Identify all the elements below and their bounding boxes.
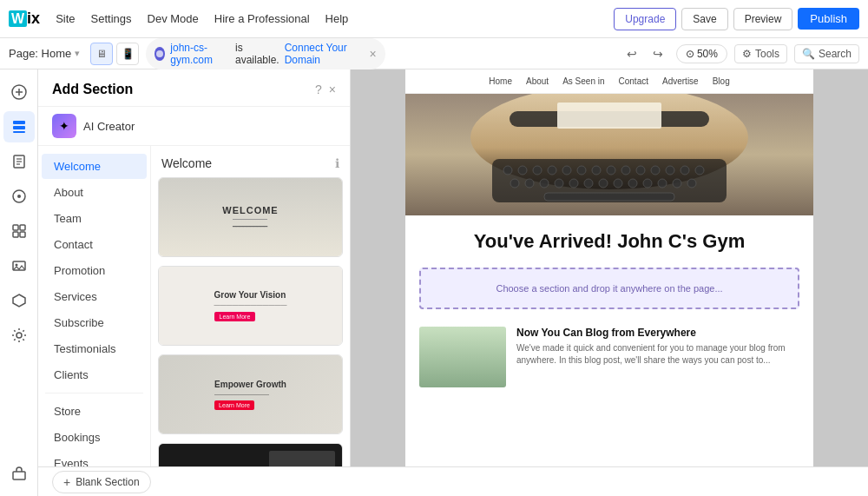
nav-settings[interactable]: Settings [84,9,139,29]
apps-icon[interactable] [3,285,35,316]
svg-rect-14 [20,225,25,230]
tpl3-sub: ————————— [214,391,286,397]
drop-zone: Choose a section and drop it anywhere on… [419,268,799,309]
page-label[interactable]: Page: Home ▾ [9,47,80,60]
tools-button[interactable]: ⚙ Tools [734,44,787,63]
tpl3-title: Empower Growth [214,380,286,389]
tpl2-title: Grow Your Vision [214,290,287,300]
desktop-view-icon[interactable]: 🖥 [90,43,113,65]
view-icons: 🖥 📱 [90,43,139,65]
site-nav-contact[interactable]: Contact [619,76,648,86]
site-nav-advertise[interactable]: Advertise [662,76,699,86]
site-nav-about[interactable]: About [526,76,549,86]
tpl1-title: WELCOME [222,205,278,215]
zoom-control[interactable]: ⊙ 50% [676,44,727,63]
category-bookings[interactable]: Bookings [42,425,147,450]
svg-rect-4 [13,121,25,124]
publish-button[interactable]: Publish [798,8,859,30]
upgrade-button[interactable]: Upgrade [614,8,676,30]
svg-point-50 [643,179,652,188]
svg-point-38 [666,166,674,175]
template-card-welcome-beige[interactable]: WELCOME ━━━━━━━━━━ [158,177,343,257]
panel-content: Welcome About Team Contact Promotion Ser… [38,146,350,496]
template-card-grow-vision[interactable]: Grow Your Vision ———————————— Learn More [158,266,343,346]
sections-icon[interactable] [3,111,35,142]
panel-help-icon[interactable]: ? [315,83,322,96]
settings-icon[interactable] [3,320,35,351]
svg-point-46 [584,179,593,188]
category-testimonials[interactable]: Testimonials [42,336,147,361]
category-about[interactable]: About [42,180,147,205]
nav-site[interactable]: Site [49,9,82,29]
svg-point-33 [592,166,601,175]
svg-point-29 [533,166,542,175]
category-divider-1 [45,393,143,393]
nav-dev-mode[interactable]: Dev Mode [141,9,206,29]
wix-logo: Wix [9,10,40,28]
canvas-area: Home About As Seen in Contact Advertise … [351,69,868,496]
svg-rect-6 [13,131,25,133]
category-store[interactable]: Store [42,399,147,424]
nav-help[interactable]: Help [319,9,356,29]
pages-icon[interactable] [3,146,35,177]
category-promotion[interactable]: Promotion [42,258,147,283]
elements-icon[interactable] [3,215,35,247]
site-nav-as-seen[interactable]: As Seen in [562,76,604,86]
category-team[interactable]: Team [42,206,147,231]
category-services[interactable]: Services [42,284,147,309]
svg-point-20 [16,333,22,338]
svg-point-47 [599,179,608,188]
site-nav-home[interactable]: Home [489,76,512,86]
store-icon[interactable] [3,458,35,489]
svg-point-51 [658,179,667,188]
tools-icon: ⚙ [742,48,752,60]
svg-point-34 [607,166,615,175]
svg-rect-54 [544,193,674,201]
svg-rect-5 [13,126,25,129]
category-contact[interactable]: Contact [42,232,147,257]
blank-section-button[interactable]: + Blank Section [52,471,151,493]
template-card-empower-growth[interactable]: Empower Growth ————————— Learn More [158,354,343,434]
svg-point-42 [525,179,534,188]
site-nav-blog[interactable]: Blog [713,76,730,86]
ai-creator-row[interactable]: ✦ AI Creator [38,107,350,146]
svg-point-49 [628,179,637,188]
add-section-icon[interactable] [3,76,35,108]
svg-point-12 [17,195,21,198]
svg-marker-19 [13,294,25,307]
templates-info-icon[interactable]: ℹ [335,156,339,170]
redo-button[interactable]: ↪ [647,43,669,65]
panel-close-icon[interactable]: × [329,83,336,96]
domain-name[interactable]: john-cs-gym.com [170,42,230,66]
site-hero-title: You've Arrived! John C's Gym [405,215,813,261]
template-preview-2: Grow Your Vision ———————————— Learn More [159,267,342,345]
site-navigation: Home About As Seen in Contact Advertise … [405,69,813,94]
connect-domain-link[interactable]: Connect Your Domain [285,42,361,66]
icon-bar [0,69,38,496]
svg-point-37 [651,166,660,175]
search-icon: 🔍 [802,48,815,60]
design-icon[interactable] [3,181,35,212]
svg-point-43 [540,179,549,188]
mobile-view-icon[interactable]: 📱 [116,43,139,65]
tpl2-btn: Learn More [214,312,256,321]
address-bar: Page: Home ▾ 🖥 📱 john-cs-gym.com is avai… [0,38,868,69]
media-icon[interactable] [3,250,35,281]
nav-hire-professional[interactable]: Hire a Professional [207,9,317,29]
domain-close-icon[interactable]: × [369,47,376,61]
blog-preview-section: Now You Can Blog from Everywhere We've m… [405,316,813,398]
search-label: Search [819,48,852,60]
category-clients[interactable]: Clients [42,362,147,387]
svg-point-53 [687,179,696,188]
undo-button[interactable]: ↩ [621,43,643,65]
save-button[interactable]: Save [681,8,727,30]
svg-point-30 [548,166,556,175]
templates-header: Welcome ℹ [158,153,343,177]
category-welcome[interactable]: Welcome [42,154,147,179]
search-button[interactable]: 🔍 Search [794,44,859,63]
category-subscribe[interactable]: Subscribe [42,310,147,335]
svg-point-36 [636,166,645,175]
add-section-panel: Add Section ? × ✦ AI Creator Welcome Abo… [38,69,351,496]
blog-person-image [419,327,506,387]
preview-button[interactable]: Preview [733,8,793,30]
